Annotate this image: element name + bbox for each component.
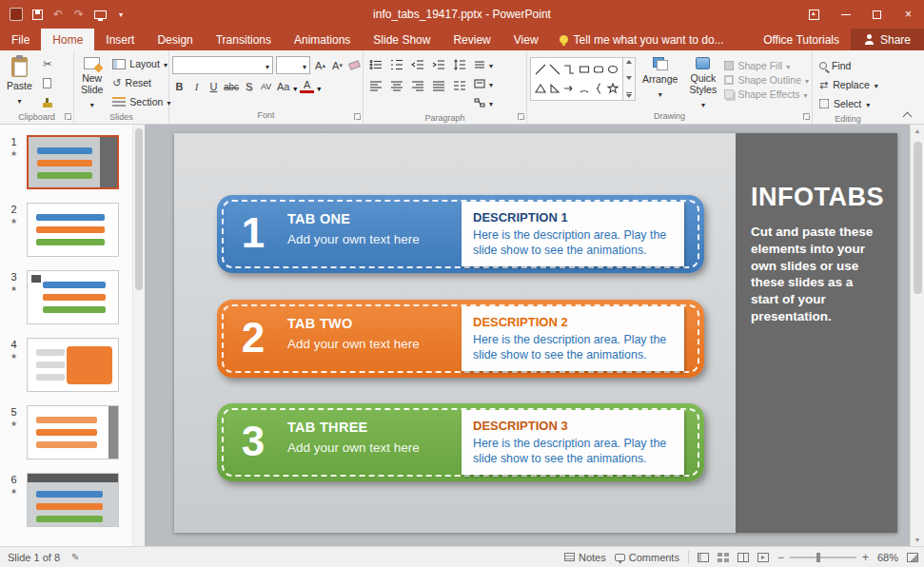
shape-star-icon[interactable]: [607, 83, 619, 94]
justify-button[interactable]: [429, 77, 447, 94]
pen-icon[interactable]: ✎: [71, 552, 79, 562]
scroll-down-icon[interactable]: ▼: [914, 537, 921, 543]
tab-one-shape[interactable]: 1 TAB ONE Add your own text here DESCRIP…: [217, 195, 704, 273]
customize-qat-button[interactable]: [114, 6, 128, 23]
tell-me-box[interactable]: Tell me what you want to do...: [550, 29, 734, 50]
start-slideshow-button[interactable]: [93, 6, 107, 23]
close-button[interactable]: ×: [893, 0, 924, 29]
bold-button[interactable]: B: [172, 78, 187, 95]
powerpoint-app-icon[interactable]: [10, 8, 23, 21]
collapse-ribbon-button[interactable]: [901, 108, 914, 120]
replace-button[interactable]: ⇄Replace: [816, 76, 882, 93]
comments-button[interactable]: Comments: [615, 552, 679, 563]
shape-effects-button[interactable]: Shape Effects: [724, 88, 809, 100]
tab-view[interactable]: View: [502, 29, 550, 50]
new-slide-dropdown-icon[interactable]: [90, 98, 94, 109]
gallery-scroll-down-icon[interactable]: [626, 76, 632, 80]
paste-dropdown-icon[interactable]: [17, 94, 21, 106]
slide-thumbnail-3[interactable]: 3★: [0, 270, 132, 324]
zoom-level[interactable]: 68%: [877, 552, 898, 563]
minimize-button[interactable]: [830, 0, 861, 29]
shape-rectangle-icon[interactable]: [579, 64, 590, 75]
quick-styles-button[interactable]: Quick Styles: [684, 53, 721, 109]
tab-design[interactable]: Design: [146, 29, 204, 50]
reset-button[interactable]: ↺Reset: [109, 74, 173, 91]
description-box[interactable]: DESCRIPTION 2 Here is the description ar…: [462, 306, 684, 371]
clipboard-dialog-launcher-icon[interactable]: [65, 113, 71, 120]
redo-button[interactable]: ↷: [72, 6, 86, 23]
undo-button[interactable]: ↶: [51, 6, 65, 23]
zoom-slider[interactable]: [790, 557, 856, 558]
scrollbar-thumb[interactable]: [914, 142, 922, 294]
change-case-button[interactable]: Aa: [276, 78, 290, 95]
zoom-out-button[interactable]: −: [777, 551, 784, 564]
shape-right-triangle-icon[interactable]: [549, 83, 560, 94]
drawing-dialog-launcher-icon[interactable]: [803, 113, 810, 120]
slide-sorter-view-button[interactable]: [718, 553, 729, 562]
arrange-button[interactable]: Arrange: [639, 53, 681, 109]
shape-arc-icon[interactable]: [579, 83, 590, 94]
description-box[interactable]: DESCRIPTION 3 Here is the description ar…: [462, 410, 684, 475]
slide-thumbnail-2[interactable]: 2★: [0, 203, 132, 257]
slide-thumbnail-6[interactable]: 6★: [0, 473, 132, 527]
clear-formatting-button[interactable]: [347, 57, 362, 74]
info-side-panel[interactable]: INFOTABS Cut and paste these elements in…: [736, 133, 897, 533]
underline-button[interactable]: U: [206, 78, 221, 95]
paste-button[interactable]: Paste: [3, 53, 36, 110]
align-text-button[interactable]: [471, 75, 496, 92]
copy-button[interactable]: [39, 74, 56, 91]
layout-button[interactable]: Layout: [109, 55, 173, 72]
find-button[interactable]: Find: [816, 57, 882, 74]
new-slide-button[interactable]: New Slide: [77, 53, 107, 110]
shrink-font-button[interactable]: A: [330, 57, 344, 74]
tab-insert[interactable]: Insert: [94, 29, 146, 50]
description-box[interactable]: DESCRIPTION 1 Here is the description ar…: [462, 202, 684, 266]
font-dialog-launcher-icon[interactable]: [354, 113, 361, 120]
zoom-slider-thumb[interactable]: [816, 553, 820, 562]
smartart-button[interactable]: [471, 94, 496, 111]
shape-line-icon[interactable]: [535, 64, 546, 75]
share-button[interactable]: Share: [851, 29, 924, 50]
gallery-scroll-up-icon[interactable]: [626, 60, 632, 64]
slide-thumbnail-4[interactable]: 4★: [0, 338, 132, 392]
notes-button[interactable]: Notes: [564, 552, 606, 563]
normal-view-button[interactable]: [698, 553, 709, 562]
tab-home[interactable]: Home: [41, 29, 94, 50]
shapes-gallery-scroll[interactable]: [623, 57, 636, 101]
columns-button[interactable]: [450, 77, 468, 94]
cut-button[interactable]: ✂: [39, 55, 56, 72]
fit-to-window-button[interactable]: [907, 553, 918, 562]
format-painter-button[interactable]: [39, 93, 56, 110]
align-left-button[interactable]: [366, 77, 384, 94]
line-spacing-button[interactable]: [450, 56, 468, 73]
shape-oval-icon[interactable]: [607, 64, 619, 75]
shape-line2-icon[interactable]: [549, 64, 560, 75]
tab-review[interactable]: Review: [442, 29, 501, 50]
shape-fill-button[interactable]: Shape Fill: [724, 60, 809, 71]
strikethrough-button[interactable]: abc: [224, 78, 239, 95]
tab-slide-show[interactable]: Slide Show: [362, 29, 442, 50]
paragraph-dialog-launcher-icon[interactable]: [518, 113, 524, 120]
vertical-scrollbar[interactable]: ▲ ▼: [910, 125, 924, 546]
text-shadow-button[interactable]: S: [242, 78, 256, 95]
thumbnail-panel-scrollbar[interactable]: [133, 125, 145, 546]
font-name-combo[interactable]: [172, 56, 273, 74]
shape-triangle-icon[interactable]: [535, 83, 546, 94]
decrease-indent-button[interactable]: [408, 56, 426, 73]
shapes-gallery[interactable]: [530, 53, 636, 109]
character-spacing-button[interactable]: AV: [259, 78, 273, 95]
text-direction-button[interactable]: [471, 56, 496, 73]
slide-canvas[interactable]: 1 TAB ONE Add your own text here DESCRIP…: [174, 133, 897, 533]
ribbon-display-options-button[interactable]: [798, 0, 830, 29]
slideshow-view-button[interactable]: [757, 553, 769, 562]
shape-brace-icon[interactable]: [593, 83, 604, 94]
tab-transitions[interactable]: Transitions: [205, 29, 283, 50]
numbering-button[interactable]: [387, 56, 405, 73]
tab-three-shape[interactable]: 3 TAB THREE Add your own text here DESCR…: [217, 403, 704, 481]
bullets-button[interactable]: [366, 56, 384, 73]
tab-file[interactable]: File: [0, 29, 41, 50]
shape-outline-button[interactable]: Shape Outline: [724, 74, 809, 86]
maximize-button[interactable]: [861, 0, 893, 29]
tab-two-shape[interactable]: 2 TAB TWO Add your own text here DESCRIP…: [217, 300, 704, 378]
reading-view-button[interactable]: [737, 553, 749, 562]
